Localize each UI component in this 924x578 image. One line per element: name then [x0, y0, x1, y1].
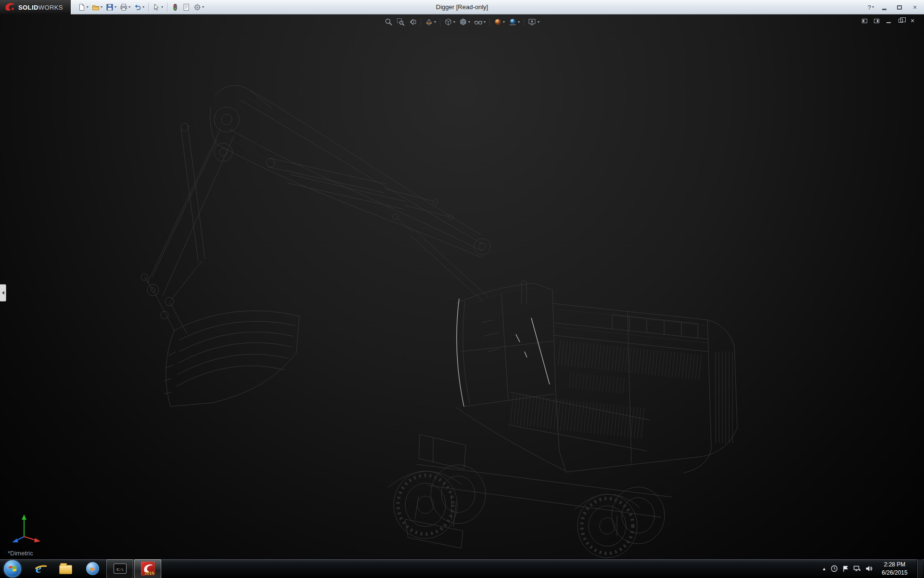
taskbar-media-player-button[interactable]: ▶ — [79, 559, 106, 578]
restore-icon — [898, 19, 903, 23]
zoom-to-area-icon — [397, 18, 405, 26]
previous-view-button[interactable] — [407, 16, 418, 27]
hide-show-items-button[interactable]: ▾ — [473, 16, 487, 27]
rebuild-icon — [171, 3, 179, 11]
panel-collapse-tab[interactable] — [0, 284, 6, 302]
digger-wireframe-model — [0, 14, 924, 559]
logo-text: SOLIDWORKS — [18, 3, 63, 12]
chevron-down-icon: ▾ — [101, 5, 103, 9]
system-tray: ▲ — [822, 559, 924, 578]
show-hidden-icons-button[interactable]: ▲ — [822, 566, 826, 571]
file-properties-icon — [182, 3, 190, 11]
taskbar-clock[interactable]: 2:28 PM 6/26/2015 — [877, 561, 912, 576]
chevron-down-icon: ▾ — [161, 5, 163, 9]
tray-status-button[interactable] — [831, 565, 838, 572]
solidworks-logo-icon — [4, 1, 15, 13]
help-button[interactable]: ? ▾ — [868, 4, 874, 11]
select-cursor-icon — [153, 3, 160, 11]
zoom-to-fit-icon — [385, 18, 393, 26]
pane-right-icon — [874, 19, 879, 23]
close-icon: × — [911, 17, 914, 24]
open-document-icon — [92, 3, 100, 11]
view-settings-icon — [528, 18, 537, 26]
clock-time: 2:28 PM — [879, 561, 911, 568]
select-button[interactable]: ▾ — [151, 2, 165, 13]
display-style-button[interactable]: ▾ — [458, 16, 472, 27]
chevron-down-icon: ▾ — [202, 5, 204, 9]
chevron-down-icon: ▾ — [128, 5, 130, 9]
save-button[interactable]: ▾ — [104, 2, 118, 13]
zoom-to-area-button[interactable] — [395, 16, 406, 27]
maximize-window-button[interactable] — [894, 3, 905, 11]
solidworks-version-badge: 2015 — [144, 571, 154, 576]
options-button[interactable]: ▾ — [192, 2, 205, 13]
graphics-viewport[interactable]: ▾ ▾ ▾ — [0, 14, 924, 559]
section-view-icon — [425, 18, 433, 26]
close-window-button[interactable]: × — [910, 3, 920, 11]
chevron-down-icon: ▾ — [538, 20, 539, 24]
undo-icon — [134, 3, 141, 11]
print-button[interactable]: ▾ — [118, 2, 132, 13]
minimize-document-button[interactable] — [885, 17, 892, 24]
chevron-down-icon: ▾ — [142, 5, 144, 9]
action-center-flag-icon — [842, 565, 849, 572]
view-settings-button[interactable]: ▾ — [526, 16, 541, 27]
network-button[interactable] — [853, 565, 861, 572]
show-feature-pane-button[interactable] — [860, 17, 868, 24]
restore-document-button[interactable] — [897, 17, 904, 24]
view-orientation-cube-icon — [444, 18, 452, 26]
internet-explorer-icon: e — [36, 562, 41, 575]
show-task-pane-button[interactable] — [873, 17, 880, 24]
print-icon — [120, 3, 128, 11]
logo-text-solid: SOLID — [18, 4, 38, 11]
command-prompt-icon: C:\ — [114, 564, 127, 574]
minimize-window-button[interactable] — [879, 3, 889, 11]
taskbar-explorer-button[interactable] — [52, 559, 79, 578]
minimize-icon — [886, 22, 891, 23]
start-button[interactable] — [0, 559, 25, 578]
options-gear-icon — [193, 3, 201, 11]
taskbar: e ▶ C:\ 2015 ▲ — [0, 559, 924, 578]
network-icon — [853, 565, 861, 572]
apply-scene-sphere-icon — [509, 18, 517, 26]
view-orientation-button[interactable]: ▾ — [443, 16, 457, 27]
titlebar: SOLIDWORKS ▾ ▾ — [0, 0, 924, 14]
chevron-down-icon: ▾ — [468, 20, 470, 24]
play-icon: ▶ — [90, 566, 95, 572]
toolbar-separator — [440, 18, 440, 26]
clock-status-icon — [831, 565, 838, 572]
open-document-button[interactable]: ▾ — [90, 2, 104, 13]
minimize-icon — [882, 9, 886, 10]
rebuild-button[interactable] — [170, 2, 180, 13]
file-properties-button[interactable] — [181, 2, 192, 13]
logo-text-works: WORKS — [38, 4, 63, 11]
zoom-to-fit-button[interactable] — [383, 16, 394, 27]
taskbar-internet-explorer-button[interactable]: e — [25, 559, 52, 578]
close-document-button[interactable]: × — [909, 17, 916, 24]
maximize-icon — [897, 5, 902, 10]
action-center-button[interactable] — [842, 565, 849, 572]
chevron-down-icon: ▾ — [518, 20, 520, 24]
apply-scene-button[interactable]: ▾ — [507, 16, 521, 27]
folder-icon — [59, 565, 72, 574]
volume-button[interactable] — [865, 565, 873, 572]
hide-show-items-glasses-icon — [474, 18, 483, 26]
previous-view-icon — [409, 18, 417, 26]
solidworks-logo: SOLIDWORKS — [0, 0, 71, 14]
new-document-button[interactable]: ▾ — [77, 2, 90, 13]
toolbar-separator — [167, 3, 167, 12]
chevron-up-icon: ▲ — [822, 566, 826, 571]
display-style-cube-icon — [459, 18, 467, 26]
show-desktop-button[interactable] — [917, 559, 923, 578]
section-view-button[interactable]: ▾ — [424, 16, 437, 27]
toolbar-separator — [421, 18, 421, 26]
volume-icon — [865, 565, 873, 572]
taskbar-command-prompt-button[interactable]: C:\ — [106, 559, 133, 578]
taskbar-solidworks-button[interactable]: 2015 — [134, 559, 161, 578]
chevron-down-icon: ▾ — [503, 20, 505, 24]
edit-appearance-button[interactable]: ▾ — [492, 16, 506, 27]
media-player-icon: ▶ — [86, 562, 99, 575]
undo-button[interactable]: ▾ — [132, 2, 146, 13]
save-icon — [106, 3, 114, 11]
toolbar-separator — [524, 18, 524, 26]
